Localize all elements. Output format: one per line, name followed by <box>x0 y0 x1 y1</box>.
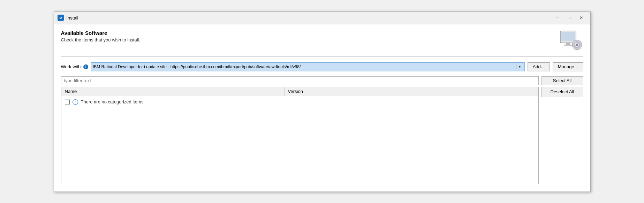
filter-input[interactable] <box>61 76 539 85</box>
work-with-info-icon[interactable]: i <box>83 64 88 69</box>
header-section: Available Software Check the items that … <box>61 30 583 51</box>
manage-button[interactable]: Manage... <box>553 62 583 71</box>
row-checkbox[interactable] <box>65 100 70 104</box>
table-row: i There are no categorized items <box>61 98 538 106</box>
filter-row: Select All <box>61 76 583 85</box>
svg-point-2 <box>60 17 61 18</box>
row-info-icon: i <box>73 99 78 105</box>
window-title: Install <box>67 15 78 21</box>
install-window: Install − □ ✕ Available Software Check t… <box>54 11 591 192</box>
work-with-label: Work with: i <box>61 64 88 69</box>
header-title: Available Software <box>61 30 559 36</box>
close-button[interactable]: ✕ <box>576 14 587 22</box>
title-bar-left: Install <box>58 15 78 21</box>
table-header: Name Version <box>61 87 538 96</box>
work-with-row: Work with: i IBM Rational Developer for … <box>61 62 583 71</box>
header-icon-area <box>559 30 583 51</box>
header-text: Available Software Check the items that … <box>61 30 559 42</box>
deselect-all-button[interactable]: Deselect All <box>541 87 583 97</box>
title-bar-controls: − □ ✕ <box>552 14 587 22</box>
table-header-version: Version <box>285 87 538 96</box>
title-bar: Install − □ ✕ <box>54 12 590 24</box>
svg-rect-4 <box>561 32 575 41</box>
main-area: Name Version i There are no categorized … <box>61 87 583 184</box>
dropdown-arrow-icon: ▾ <box>516 63 523 71</box>
maximize-button[interactable]: □ <box>564 14 575 22</box>
svg-rect-6 <box>564 45 572 46</box>
header-subtitle: Check the items that you wish to install… <box>61 37 559 42</box>
work-with-dropdown-value: IBM Rational Developer for i update site… <box>93 64 516 69</box>
monitor-cd-icon <box>560 30 582 50</box>
app-icon <box>58 15 64 21</box>
svg-point-10 <box>576 44 578 46</box>
window-content: Available Software Check the items that … <box>54 24 590 192</box>
work-with-text: Work with: <box>61 64 82 69</box>
row-label: There are no categorized items <box>81 99 144 104</box>
svg-rect-5 <box>566 43 570 45</box>
work-with-dropdown[interactable]: IBM Rational Developer for i update site… <box>91 62 525 71</box>
right-buttons-panel: Deselect All <box>541 87 583 184</box>
minimize-button[interactable]: − <box>552 14 563 22</box>
table-body: i There are no categorized items <box>61 96 538 108</box>
section-divider <box>61 56 583 57</box>
select-all-button[interactable]: Select All <box>541 76 583 85</box>
table-header-name: Name <box>61 87 285 96</box>
add-button[interactable]: Add... <box>528 62 550 71</box>
software-table: Name Version i There are no categorized … <box>61 87 539 184</box>
